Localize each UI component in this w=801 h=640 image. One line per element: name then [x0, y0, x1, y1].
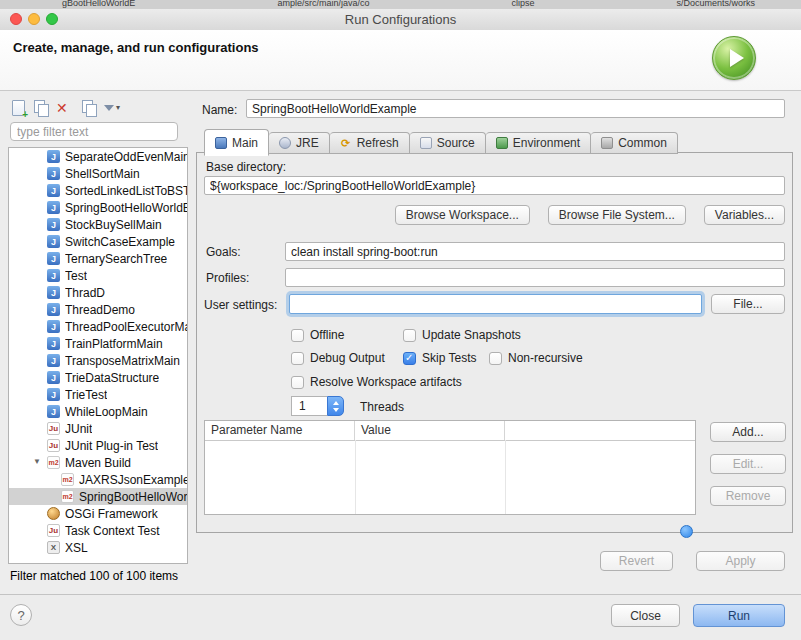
checkbox-non-recursive[interactable]: Non-recursive: [489, 351, 583, 365]
tab-label: Main: [232, 136, 258, 150]
tree-item-transposematrixmain[interactable]: JTransposeMatrixMain: [9, 352, 187, 369]
tree-item-label: ThreadPoolExecutorMa: [65, 320, 187, 334]
checkbox-label: Offline: [310, 328, 344, 342]
remove-button[interactable]: Remove: [710, 486, 786, 506]
name-input[interactable]: [246, 99, 785, 118]
tab-common[interactable]: Common: [591, 132, 678, 154]
configurations-tree[interactable]: JSeparateOddEvenMainJShellSortMainJSorte…: [8, 147, 188, 564]
threads-spinner[interactable]: 1: [291, 396, 344, 416]
threads-value[interactable]: 1: [291, 396, 327, 416]
checkbox-box[interactable]: [403, 352, 416, 365]
tree-item-threaddemo[interactable]: JThreadDemo: [9, 301, 187, 318]
user-settings-input[interactable]: [289, 294, 702, 314]
tree-item-label: XSL: [65, 541, 88, 555]
filter-funnel-icon: [104, 105, 114, 111]
tree-item-osgi-framework[interactable]: OSGi Framework: [9, 505, 187, 522]
checkbox-skip-tests[interactable]: Skip Tests: [403, 351, 476, 365]
junit-icon: Ju: [47, 422, 60, 435]
checkbox-box[interactable]: [291, 352, 304, 365]
checkbox-update-snapshots[interactable]: Update Snapshots: [403, 328, 521, 342]
tab-environment[interactable]: Environment: [486, 132, 591, 154]
checkbox-label: Resolve Workspace artifacts: [310, 375, 462, 389]
browse-workspace-button[interactable]: Browse Workspace...: [395, 205, 530, 225]
variables-button[interactable]: Variables...: [704, 205, 785, 225]
help-button[interactable]: ?: [10, 604, 32, 626]
close-button[interactable]: Close: [611, 604, 680, 627]
filter-menu-button[interactable]: ▾: [104, 99, 122, 116]
java-icon: J: [47, 218, 60, 231]
checkbox-offline[interactable]: Offline: [291, 328, 344, 342]
apply-button[interactable]: Apply: [696, 551, 785, 571]
minimize-window-button[interactable]: [28, 13, 40, 25]
tree-item-jaxrsjsonexample[interactable]: m2JAXRSJsonExample: [9, 471, 187, 488]
column-header-blank[interactable]: [505, 421, 695, 440]
profiles-input[interactable]: [285, 268, 785, 287]
collapse-all-button[interactable]: [82, 99, 100, 116]
tree-item-label: TrainPlatformMain: [65, 337, 163, 351]
delete-configuration-button[interactable]: ✕: [56, 99, 74, 116]
tree-item-maven-build[interactable]: ▼m2Maven Build: [9, 454, 187, 471]
tree-item-sortedlinkedlisttobst[interactable]: JSortedLinkedListToBST: [9, 182, 187, 199]
edit-button[interactable]: Edit...: [710, 454, 786, 474]
tree-item-junit-plug-in-test[interactable]: JuJUnit Plug-in Test: [9, 437, 187, 454]
checkbox-box[interactable]: [489, 352, 502, 365]
run-button[interactable]: Run: [693, 604, 785, 627]
file-button[interactable]: File...: [711, 294, 785, 314]
tab-jre[interactable]: JRE: [269, 132, 330, 154]
osgi-icon: [47, 507, 60, 520]
zoom-window-button[interactable]: [46, 13, 58, 25]
checkbox-label: Skip Tests: [422, 351, 476, 365]
tree-item-task-context-test[interactable]: JuTask Context Test: [9, 522, 187, 539]
goals-input[interactable]: [285, 242, 785, 261]
browse-file-system-button[interactable]: Browse File System...: [548, 205, 686, 225]
close-window-button[interactable]: [10, 13, 22, 25]
tree-item-separateoddevenmain[interactable]: JSeparateOddEvenMain: [9, 148, 187, 165]
titlebar[interactable]: Run Configurations: [0, 9, 801, 31]
play-triangle-icon: [730, 49, 744, 67]
parameters-table[interactable]: Parameter NameValue: [204, 420, 696, 515]
java-icon: J: [47, 388, 60, 401]
tree-item-whileloopmain[interactable]: JWhileLoopMain: [9, 403, 187, 420]
checkbox-label: Update Snapshots: [422, 328, 521, 342]
column-header-parameter-name[interactable]: Parameter Name: [205, 421, 355, 440]
tree-item-stockbuysellmain[interactable]: JStockBuySellMain: [9, 216, 187, 233]
tree-item-trietest[interactable]: JTrieTest: [9, 386, 187, 403]
checkbox-resolve-workspace-artifacts[interactable]: Resolve Workspace artifacts: [291, 375, 462, 389]
tree-item-xsl[interactable]: XXSL: [9, 539, 187, 556]
tree-item-label: JUnit Plug-in Test: [65, 439, 158, 453]
checkbox-debug-output[interactable]: Debug Output: [291, 351, 385, 365]
background-window-strip: gBootHelloWorldEample/src/main/java/cocl…: [0, 0, 801, 9]
xsl-icon: X: [47, 541, 60, 554]
column-divider: [505, 440, 506, 514]
tab-main[interactable]: Main: [204, 129, 269, 156]
tree-item-springboothelloworlde[interactable]: JSpringBootHelloWorldE: [9, 199, 187, 216]
tree-item-label: SeparateOddEvenMain: [65, 150, 187, 164]
tree-item-junit[interactable]: JuJUnit: [9, 420, 187, 437]
tree-item-triedatastructure[interactable]: JTrieDataStructure: [9, 369, 187, 386]
tree-item-ternarysearchtree[interactable]: JTernarySearchTree: [9, 250, 187, 267]
filter-input[interactable]: [10, 122, 178, 141]
tree-item-shellsortmain[interactable]: JShellSortMain: [9, 165, 187, 182]
duplicate-configuration-button[interactable]: [34, 99, 52, 116]
tree-item-label: SwitchCaseExample: [65, 235, 175, 249]
tree-item-springboothelloworlde[interactable]: m2SpringBootHelloWorldE: [9, 488, 187, 505]
filter-status-text: Filter matched 100 of 100 items: [10, 569, 178, 583]
base-directory-input[interactable]: [204, 176, 785, 195]
tree-item-switchcaseexample[interactable]: JSwitchCaseExample: [9, 233, 187, 250]
stepper-icon[interactable]: [327, 396, 344, 416]
checkbox-box[interactable]: [291, 376, 304, 389]
revert-button[interactable]: Revert: [600, 551, 673, 571]
new-launch-configuration-button[interactable]: [12, 99, 30, 116]
tab-source[interactable]: Source: [410, 132, 486, 154]
tree-item-trainplatformmain[interactable]: JTrainPlatformMain: [9, 335, 187, 352]
column-header-value[interactable]: Value: [355, 421, 505, 440]
tree-item-threadpoolexecutorma[interactable]: JThreadPoolExecutorMa: [9, 318, 187, 335]
checkbox-box[interactable]: [403, 329, 416, 342]
checkbox-box[interactable]: [291, 329, 304, 342]
add-button[interactable]: Add...: [710, 422, 786, 442]
tree-item-test[interactable]: JTest: [9, 267, 187, 284]
tab-refresh[interactable]: ⟳Refresh: [330, 132, 410, 154]
tree-item-thradd[interactable]: JThradD: [9, 284, 187, 301]
window-title: Run Configurations: [345, 12, 456, 27]
disclosure-triangle-icon[interactable]: ▼: [33, 458, 41, 466]
